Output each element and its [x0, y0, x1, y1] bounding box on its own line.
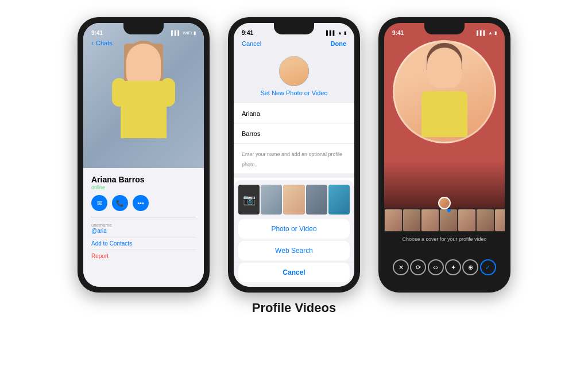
film-frame-6 — [477, 209, 494, 231]
avatar[interactable] — [279, 56, 309, 86]
status-icons-3: ▌▌▌ ▲ ▮ — [477, 30, 497, 36]
call-button[interactable]: 📞 — [112, 195, 128, 211]
status-icons-2: ▌▌▌ ▲ ▮ — [326, 30, 346, 36]
signal-icon-2: ▌▌▌ — [326, 30, 336, 36]
head — [126, 44, 161, 87]
photos-row: 📷 — [234, 180, 354, 219]
wifi-icon: WiFi — [183, 30, 192, 36]
name-hint-field: Enter your name and add an optional prof… — [234, 143, 354, 173]
film-frame-5 — [458, 209, 475, 231]
report-link[interactable]: Report — [91, 250, 196, 262]
online-status: online — [91, 185, 196, 190]
person-in-circle — [407, 48, 482, 137]
body-3 — [421, 91, 467, 137]
phone-1: 9:41 ▌▌▌ WiFi ▮ — [78, 17, 210, 293]
confirm-icon: ✓ — [485, 264, 490, 271]
more-icon: ••• — [137, 200, 144, 206]
photo-thumb-2[interactable] — [283, 185, 304, 215]
name-hint-text: Enter your name and add an optional prof… — [242, 151, 342, 167]
confirm-tool-button[interactable]: ✓ — [480, 259, 496, 275]
first-name-value: Ariana — [242, 110, 260, 117]
time-3: 9:41 — [392, 30, 404, 36]
wifi-icon-3: ▲ — [488, 30, 493, 36]
first-name-field: Ariana — [234, 103, 354, 123]
crop-tool-button[interactable]: ⊕ — [462, 259, 478, 275]
film-frame-2 — [403, 209, 420, 231]
adjust-tool-button[interactable]: ✦ — [445, 259, 461, 275]
notch-3 — [424, 23, 465, 34]
signal-icon: ▌▌▌ — [171, 30, 181, 36]
time-2: 9:41 — [242, 30, 253, 36]
username-label: username — [91, 223, 196, 228]
battery-icon: ▮ — [194, 30, 196, 36]
last-name-field: Barros — [234, 123, 354, 143]
film-strip[interactable] — [384, 208, 505, 232]
phone-2-screen: 9:41 ▌▌▌ ▲ ▮ Cancel Done Set New Photo o… — [234, 23, 354, 287]
message-button[interactable]: ✉ — [91, 195, 107, 211]
circle-crop-preview — [393, 40, 496, 143]
action-buttons: ✉ 📞 ••• — [91, 195, 196, 211]
back-nav[interactable]: ‹ Chats — [91, 39, 113, 47]
crop-icon: ⊕ — [468, 264, 473, 271]
film-frame-3 — [421, 209, 439, 231]
face-3 — [427, 48, 462, 88]
notch-2 — [274, 23, 314, 34]
rotate-tool-button[interactable]: ⟳ — [410, 259, 426, 275]
adjust-icon: ✦ — [451, 264, 456, 271]
time-1: 9:41 — [91, 30, 103, 36]
signal-icon-3: ▌▌▌ — [477, 30, 486, 36]
notch-1 — [123, 23, 164, 34]
set-photo-label[interactable]: Set New Photo or Video — [260, 89, 327, 96]
add-contacts-link[interactable]: Add to Contacts — [91, 237, 196, 250]
cancel-button[interactable]: Cancel — [242, 40, 261, 47]
divider-1 — [91, 217, 196, 217]
film-frame-4 — [440, 209, 457, 231]
film-frame-7 — [495, 209, 505, 231]
body — [121, 81, 167, 138]
battery-icon-3: ▮ — [494, 30, 497, 36]
mini-avatar — [438, 197, 451, 209]
phone-icon: 📞 — [116, 200, 124, 207]
profile-info: Ariana Barros online ✉ 📞 ••• username — [83, 168, 204, 287]
status-icons-1: ▌▌▌ WiFi ▮ — [171, 30, 196, 36]
editor-toolbar: ✕ ⟳ ⇔ ✦ ⊕ ✓ — [384, 259, 505, 275]
photo-thumb-4[interactable] — [328, 185, 350, 215]
cancel-icon: ✕ — [399, 264, 404, 271]
back-arrow-icon: ‹ — [91, 39, 94, 47]
name-form: Ariana Barros Enter your name and add an… — [234, 103, 354, 173]
wifi-icon-2: ▲ — [338, 30, 342, 36]
film-frame-1 — [385, 209, 402, 231]
flip-icon: ⇔ — [433, 264, 438, 271]
rotate-icon: ⟳ — [416, 264, 421, 271]
phone-3-screen: 9:41 ▌▌▌ ▲ ▮ — [384, 23, 505, 287]
camera-icon: 📷 — [243, 193, 256, 206]
flip-tool-button[interactable]: ⇔ — [428, 259, 444, 275]
photo-thumb-1[interactable] — [261, 185, 282, 215]
avatar-section: Set New Photo or Video — [234, 52, 354, 103]
battery-icon-2: ▮ — [344, 30, 346, 36]
photo-or-video-button[interactable]: Photo or Video — [238, 219, 350, 239]
cover-caption: Choose a cover for your profile video — [384, 236, 505, 242]
back-label: Chats — [96, 40, 113, 46]
last-name-value: Barros — [242, 130, 260, 137]
picker-cancel-button[interactable]: Cancel — [238, 263, 350, 282]
camera-thumb[interactable]: 📷 — [238, 185, 260, 215]
more-button[interactable]: ••• — [133, 195, 149, 211]
phone-2: 9:41 ▌▌▌ ▲ ▮ Cancel Done Set New Photo o… — [228, 17, 360, 293]
person-silhouette — [109, 44, 178, 181]
phone-1-screen: 9:41 ▌▌▌ WiFi ▮ — [83, 23, 204, 287]
photo-picker-sheet: 📷 Photo or Video Web Search Cancel — [234, 180, 354, 287]
username-value: @aria — [91, 228, 196, 234]
message-icon: ✉ — [97, 200, 102, 207]
photo-thumb-3[interactable] — [306, 185, 327, 215]
avatar-face — [279, 56, 309, 86]
cancel-tool-button[interactable]: ✕ — [393, 259, 409, 275]
web-search-button[interactable]: Web Search — [238, 241, 350, 260]
contact-name: Ariana Barros — [91, 175, 196, 184]
phone-3: 9:41 ▌▌▌ ▲ ▮ — [378, 17, 510, 293]
page-title: Profile Videos — [252, 301, 336, 315]
position-dot — [447, 209, 451, 212]
done-button[interactable]: Done — [331, 40, 347, 47]
username-row: username @aria — [91, 220, 196, 237]
